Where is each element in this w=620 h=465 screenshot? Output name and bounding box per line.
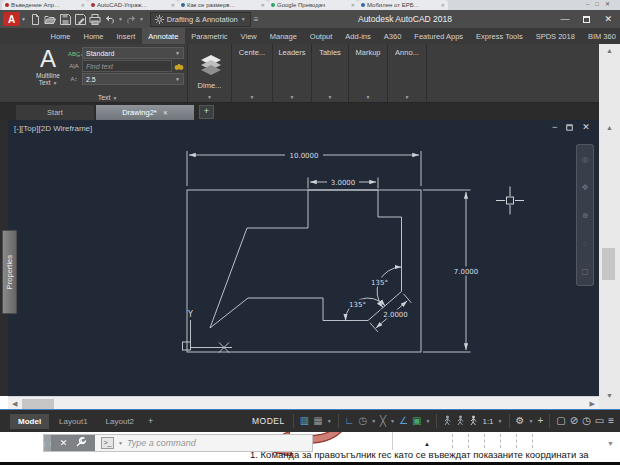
polar-dropdown-icon[interactable]: ▼ — [371, 418, 376, 424]
panel-expand-icon[interactable]: ▼ — [207, 94, 212, 100]
navwheel-icon[interactable]: ◎ — [582, 155, 589, 164]
doc-close-button[interactable]: ✕ — [582, 122, 590, 132]
viewport-scroll-up-icon[interactable]: ▲ — [599, 124, 620, 131]
ribbon-tab-view[interactable]: View — [234, 28, 263, 44]
annotation-visibility-icon[interactable] — [443, 412, 452, 430]
tab-close-icon[interactable]: ✕ — [81, 2, 85, 8]
snap-mode-icon[interactable]: ▥ — [300, 416, 309, 426]
clean-screen-icon[interactable]: ▭ — [595, 416, 604, 426]
open-file-button[interactable] — [44, 13, 57, 26]
scale-dropdown-icon[interactable]: ▼ — [498, 418, 503, 424]
grid-display-icon[interactable]: ▦ — [313, 416, 322, 426]
autocad-logo[interactable]: A — [3, 12, 20, 26]
scroll-up-icon[interactable]: ▲ — [599, 47, 620, 54]
command-close-icon[interactable]: ✕ — [60, 438, 68, 448]
doc-minimize-button[interactable]: − — [552, 122, 557, 132]
save-as-button[interactable] — [74, 13, 87, 26]
leaders-panel[interactable]: Leaders ▼ — [273, 44, 312, 102]
annotation-panel[interactable]: Anno... ▼ — [388, 44, 427, 102]
browser-tab[interactable]: AutoCAD-Упраж… ✕ — [88, 0, 178, 10]
plot-button[interactable] — [89, 13, 102, 26]
new-drawing-button[interactable]: + — [199, 105, 214, 119]
horizontal-scroll-thumb[interactable] — [22, 399, 54, 409]
browser-tab[interactable]: Мобилен от ЕРБ… ✕ — [358, 0, 448, 10]
profile-polyline[interactable] — [210, 190, 402, 328]
properties-palette-tab[interactable]: Properties — [2, 230, 17, 314]
new-layout-button[interactable]: + — [144, 416, 157, 426]
find-text-input[interactable]: Find text — [82, 60, 172, 72]
redo-button[interactable] — [125, 13, 138, 26]
panel-expand-icon[interactable]: ▼ — [405, 94, 410, 100]
centerlines-panel[interactable]: Cente... ▼ — [232, 44, 273, 102]
showmotion-icon[interactable]: ▢ — [581, 267, 589, 276]
ribbon-tab-annotate[interactable]: Annotate — [142, 28, 185, 44]
tab-close-icon[interactable]: ✕ — [441, 2, 445, 8]
undo-button[interactable] — [104, 13, 117, 26]
graphics-performance-icon[interactable]: ◷ — [582, 416, 591, 426]
multiline-text-button[interactable]: A Multiline Text ▼ — [32, 46, 64, 98]
recent-commands-icon[interactable]: ▼ — [118, 440, 123, 446]
model-space-toggle[interactable]: MODEL — [252, 416, 285, 426]
browser-tab[interactable]: Въведение Апр… ✕ — [2, 0, 88, 10]
maximize-button[interactable] — [583, 16, 590, 23]
undo-dropdown-icon[interactable]: ▼ — [118, 16, 123, 22]
ribbon-tab-addins[interactable]: Add-ins — [339, 28, 377, 44]
ribbon-tab-output[interactable]: Output — [303, 28, 339, 44]
panel-expand-icon[interactable]: ▼ — [328, 94, 333, 100]
file-tab-close-icon[interactable]: ✕ — [163, 109, 168, 116]
panel-expand-icon[interactable]: ▼ — [366, 94, 371, 100]
app-menu-chevron-icon[interactable]: ▼ — [21, 16, 26, 22]
snap-dropdown-icon[interactable]: ▼ — [327, 418, 332, 424]
text-panel-footer[interactable]: Text ▼ — [28, 94, 187, 101]
drawing-canvas[interactable]: 10.0000 3.0000 7.0000 2.0000 135° 135° Y… — [0, 120, 599, 396]
file-tab-drawing2[interactable]: Drawing2* ✕ — [96, 105, 194, 120]
ribbon-tab-a360[interactable]: A360 — [377, 28, 408, 44]
command-customize-wrench-icon[interactable] — [76, 437, 86, 449]
annotation-monitor-icon[interactable]: + — [537, 416, 543, 426]
ribbon-tab-express-tools[interactable]: Express Tools — [470, 28, 530, 44]
close-button[interactable]: ✕ — [604, 14, 612, 24]
dimensions-panel[interactable]: Dime... ▼ — [188, 44, 232, 102]
orbit-icon[interactable]: ◌ — [583, 239, 588, 248]
file-tab-start[interactable]: Start — [16, 105, 94, 120]
spell-check-icon[interactable]: ABC̲✓ — [68, 50, 80, 57]
zoom-icon[interactable]: ⊕ — [582, 211, 589, 220]
isolate-objects-icon[interactable]: ⊘ — [570, 416, 578, 426]
object-snap-icon[interactable]: ▣ — [412, 416, 421, 426]
page-scroll-down-icon[interactable]: ▼ — [607, 440, 614, 447]
panel-expand-icon[interactable]: ▼ — [290, 94, 295, 100]
layout-tab-layout1[interactable]: Layout1 — [51, 414, 95, 429]
text-style-select[interactable]: Standard▼ — [82, 47, 184, 59]
browser-window-controls[interactable]: –□✕ — [586, 0, 616, 7]
annotation-scale-value[interactable]: 1:1 — [482, 417, 493, 426]
browser-tab[interactable]: Google Преводач ✕ — [268, 0, 358, 10]
horizontal-scrollbar[interactable]: ◀ ▶ — [8, 396, 599, 410]
command-bar-grip[interactable]: ⋮⋮ — [44, 435, 51, 451]
customization-menu-icon[interactable]: ≡ — [608, 416, 614, 426]
pan-icon[interactable]: ✥ — [582, 183, 589, 192]
annotation-autoscale-icon[interactable] — [456, 412, 465, 430]
osnap-dropdown-icon[interactable]: ▼ — [425, 418, 430, 424]
tab-close-icon[interactable]: ✕ — [171, 2, 175, 8]
ribbon-tab-parametric[interactable]: Parametric — [185, 28, 234, 44]
layout-tab-layout2[interactable]: Layout2 — [98, 414, 142, 429]
ribbon-tab-spds[interactable]: SPDS 2018 — [529, 28, 581, 44]
new-file-button[interactable] — [29, 13, 42, 26]
tab-close-icon[interactable]: ✕ — [261, 2, 265, 8]
units-icon[interactable]: ▢ — [556, 416, 565, 426]
vertical-scrollbar[interactable]: ▲ ▲ ▼ — [599, 44, 620, 409]
navigation-bar[interactable]: ◎ ✥ ⊕ ◌ ▢ — [576, 144, 594, 286]
workspace-switcher[interactable]: Drafting & Annotation ▼ — [150, 12, 251, 27]
command-prompt-icon[interactable]: >_ — [101, 437, 114, 449]
rectangle-outline[interactable] — [187, 190, 421, 352]
annotation-scale-icon[interactable] — [469, 412, 478, 430]
tables-panel[interactable]: Tables ▼ — [312, 44, 349, 102]
ribbon-tab-home[interactable]: Home — [44, 28, 77, 44]
panel-expand-icon[interactable]: ▼ — [250, 94, 255, 100]
gear-dropdown-icon[interactable]: ▼ — [528, 418, 533, 424]
layout-tab-model[interactable]: Model — [10, 414, 49, 429]
object-snap-tracking-icon[interactable]: ∠ — [399, 416, 408, 426]
ortho-mode-icon[interactable]: ∟ — [345, 416, 355, 426]
ribbon-tab-insert[interactable]: Insert — [110, 28, 142, 44]
vertical-scroll-thumb[interactable] — [602, 248, 615, 280]
